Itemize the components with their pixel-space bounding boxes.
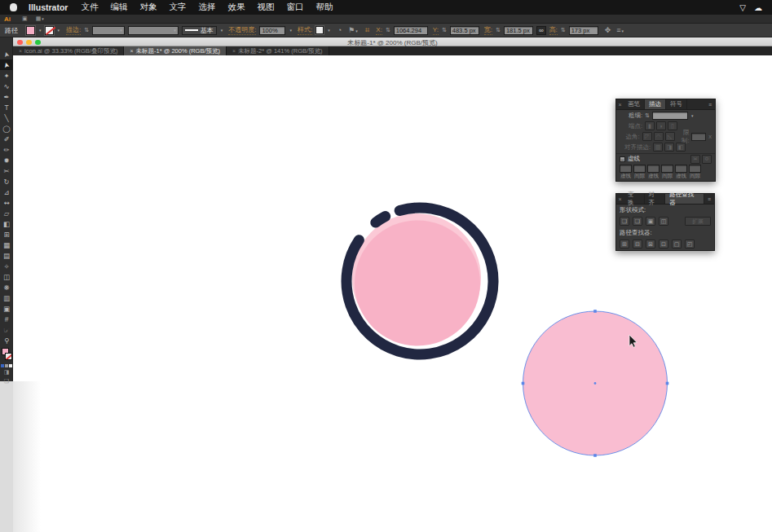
column-graph-tool[interactable]: ▥ [0, 292, 13, 303]
line-segment-tool[interactable]: ╲ [0, 112, 13, 123]
round-join-icon[interactable]: ◠ [654, 132, 664, 141]
recolor-artwork-icon[interactable]: ◔ [337, 26, 342, 34]
panel-menu-icon[interactable]: ≡ [704, 194, 714, 204]
chevron-down-icon[interactable]: ▾ [221, 28, 223, 33]
pencil-tool[interactable]: ✏ [0, 144, 13, 155]
dash-field-0[interactable] [620, 165, 632, 173]
exclude-icon[interactable]: ◫ [659, 217, 668, 226]
drawing-mode-button[interactable]: ◨ [0, 367, 13, 376]
none-button[interactable] [9, 364, 12, 367]
intersect-icon[interactable]: ▣ [646, 217, 655, 226]
constrain-proportions-icon[interactable]: ∞ [536, 26, 546, 35]
menu-item-选择[interactable]: 选择 [198, 2, 215, 13]
blob-brush-tool[interactable]: ✹ [0, 155, 13, 165]
document-tab-2[interactable]: ×未标题-2* @ 141% (RGB/预览) [227, 46, 329, 55]
opacity-label[interactable]: 不透明度: [228, 26, 256, 35]
align-stroke-center-icon[interactable]: ▥ [653, 143, 663, 152]
dashed-line-checkbox[interactable]: – [620, 156, 625, 162]
bridge-icon[interactable]: ▣ [22, 15, 28, 22]
align-icon[interactable]: ≡▾ [616, 26, 624, 34]
pen-tool[interactable]: ✒ [0, 91, 13, 102]
document-setup-icon[interactable]: ⚑▾ [348, 26, 358, 34]
miter-limit-input[interactable] [691, 133, 706, 141]
pathfinder-panel-tab-路径查找器[interactable]: 路径查找器 [665, 194, 704, 204]
projecting-cap-icon[interactable]: ▯ [668, 121, 677, 130]
perspective-grid-tool[interactable]: ⊞ [0, 229, 13, 240]
y-position-input[interactable]: 483.5 px [450, 26, 479, 35]
rotate-tool[interactable]: ↻ [0, 176, 13, 187]
menu-item-编辑[interactable]: 编辑 [110, 2, 127, 13]
shape-builder-tool[interactable]: ◧ [0, 218, 13, 229]
creative-cloud-icon[interactable]: ☁ [754, 3, 762, 12]
align-dash-icon[interactable]: ≎ [702, 155, 712, 164]
artboard-tool[interactable]: ▣ [0, 303, 13, 314]
menu-item-对象[interactable]: 对象 [139, 2, 157, 13]
chevron-down-icon[interactable]: ▾ [328, 28, 330, 33]
variable-width-profile-dropdown[interactable]: ▾ [128, 26, 179, 35]
location-icon[interactable]: ▽ [739, 3, 746, 12]
magic-wand-tool[interactable]: ✦ [0, 70, 13, 81]
opacity-input[interactable]: 100% [259, 26, 285, 35]
selection-tool[interactable]: ➤ [0, 49, 13, 59]
stroke-weight-stepper[interactable]: ⇅ [84, 27, 89, 33]
fill-color-swatch[interactable] [26, 26, 35, 35]
style-label[interactable]: 样式: [298, 26, 312, 35]
zoom-tool[interactable]: ⚲ [0, 335, 13, 345]
stroke-panel-tab-符号[interactable]: 符号 [666, 99, 687, 109]
chevron-down-icon[interactable]: ▾ [58, 28, 60, 33]
ellipse-tool[interactable]: ◯ [0, 123, 13, 134]
unite-icon[interactable]: ❑ [620, 217, 629, 226]
align-stroke-outside-icon[interactable]: ◧ [676, 143, 686, 152]
crop-icon[interactable]: ⊡ [659, 240, 668, 248]
dash-field-5[interactable] [689, 165, 701, 173]
close-icon[interactable]: × [19, 48, 22, 54]
transform-panel-icon[interactable]: ⌗ [365, 25, 370, 35]
bevel-join-icon[interactable]: ◺ [665, 132, 675, 141]
dash-field-3[interactable] [661, 165, 673, 173]
screen-mode-button[interactable]: ❏ [0, 376, 13, 385]
document-tab-1[interactable]: ×未标题-1* @ 200% (RGB/预览) [124, 46, 227, 55]
dash-field-1[interactable] [633, 165, 646, 173]
menu-item-视图[interactable]: 视图 [257, 2, 274, 13]
dash-field-4[interactable] [675, 165, 687, 173]
menu-item-文字[interactable]: 文字 [169, 2, 186, 13]
chevron-down-icon[interactable]: ▾ [39, 28, 42, 33]
panel-menu-icon[interactable]: ≡ [705, 99, 715, 109]
paintbrush-tool[interactable]: ✐ [0, 134, 13, 144]
mesh-tool[interactable]: ▦ [0, 240, 13, 250]
minus-back-icon[interactable]: ◰ [685, 240, 695, 248]
apple-logo-icon[interactable] [10, 3, 17, 11]
graphic-style-swatch[interactable] [315, 26, 324, 34]
menu-item-帮助[interactable]: 帮助 [315, 2, 333, 13]
miter-join-icon[interactable]: ◸ [642, 132, 652, 141]
x-position-input[interactable]: 1064.294 [394, 26, 428, 35]
stroke-weight-label[interactable]: 描边: [66, 26, 81, 35]
menu-item-窗口[interactable]: 窗口 [286, 2, 303, 13]
close-icon[interactable]: × [616, 194, 624, 204]
width-tool[interactable]: ↭ [0, 197, 13, 208]
minus-front-icon[interactable]: ❏ [633, 217, 642, 226]
round-cap-icon[interactable]: ◗ [656, 121, 666, 130]
free-transform-tool[interactable]: ▱ [0, 208, 13, 218]
hand-tool[interactable]: ☞ [0, 324, 13, 335]
weight-stepper[interactable]: ⇅ [645, 112, 650, 119]
stroke-weight-dropdown[interactable]: ▾ [92, 26, 125, 35]
transform-icon[interactable]: ✥ [605, 26, 611, 34]
stroke-proxy-swatch[interactable] [5, 353, 12, 360]
chevron-down-icon[interactable]: ▾ [691, 113, 694, 118]
width-stepper[interactable]: ⇅ [496, 27, 501, 33]
pathfinder-panel-tab-变换[interactable]: 变换 [624, 194, 645, 204]
x-stepper[interactable]: ⇅ [386, 27, 390, 33]
preserve-dash-icon[interactable]: ≍ [690, 155, 700, 164]
y-stepper[interactable]: ⇅ [442, 27, 447, 33]
scale-tool[interactable]: ⊿ [0, 187, 13, 197]
stroke-color-swatch[interactable] [45, 26, 54, 35]
direct-selection-tool[interactable]: ➤ [0, 59, 13, 70]
butt-cap-icon[interactable]: ▮ [645, 121, 655, 130]
scissors-tool[interactable]: ✂ [0, 165, 13, 176]
chevron-down-icon[interactable]: ▾ [289, 28, 292, 33]
workspace-switcher-icon[interactable]: ▦▾ [36, 15, 44, 22]
merge-icon[interactable]: ⊠ [646, 240, 655, 248]
blend-tool[interactable]: ◫ [0, 271, 13, 282]
lasso-tool[interactable]: ∿ [0, 81, 13, 91]
